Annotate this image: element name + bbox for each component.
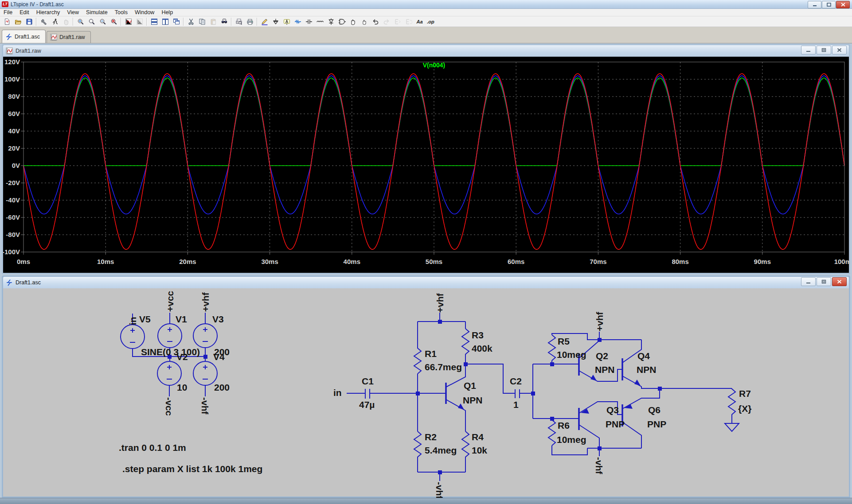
toolbar: Aa.op: [0, 16, 852, 27]
menu-tools[interactable]: Tools: [111, 9, 131, 16]
y-axis-label: 100V: [4, 75, 20, 83]
schematic-window: Draft1.asc: [2, 275, 850, 498]
schematic-close-button[interactable]: [832, 277, 847, 286]
tab-label: Draft1.raw: [59, 34, 85, 40]
waveform-close-button[interactable]: [832, 46, 847, 54]
maximize-button[interactable]: [822, 1, 836, 8]
menu-edit[interactable]: Edit: [16, 9, 33, 16]
plot-pane-button[interactable]: [123, 17, 134, 27]
waveform-restore-button[interactable]: [817, 46, 831, 54]
zoom-out-button[interactable]: [97, 17, 108, 27]
menu-hierarchy[interactable]: Hierarchy: [33, 9, 64, 16]
capacitor-button[interactable]: [303, 17, 314, 27]
x-axis-label: 30ms: [261, 258, 278, 265]
print-button[interactable]: [244, 17, 255, 27]
tile-vertical-icon: [151, 18, 158, 25]
save-button[interactable]: [23, 17, 35, 27]
menu-window[interactable]: Window: [131, 9, 158, 16]
x-axis-label: 20ms: [179, 258, 196, 265]
x-axis-label: 80ms: [672, 258, 688, 265]
schematic-minimize-button[interactable]: [801, 277, 816, 286]
ltspice-app: { "window": { "title": "LTspice IV - Dra…: [0, 0, 852, 504]
menu-view[interactable]: View: [63, 9, 82, 16]
paste-icon: [210, 18, 217, 25]
main-titlebar: LT LTspice IV - Draft1.asc: [0, 0, 852, 9]
toolbar-separator: [36, 18, 37, 26]
tile-horizontal-button[interactable]: [160, 17, 171, 27]
schematic-icon: [6, 279, 13, 286]
schematic-restore-button[interactable]: [817, 277, 831, 286]
copy-button[interactable]: [196, 17, 207, 27]
zoom-in-button[interactable]: [75, 17, 86, 27]
spice-directive-button[interactable]: .op: [425, 17, 436, 27]
schematic-drawing: [3, 288, 849, 496]
autorange-icon: [136, 18, 143, 25]
menu-file[interactable]: File: [0, 9, 16, 16]
y-axis-label: 120V: [4, 58, 20, 66]
zoom-in-icon: [77, 18, 84, 25]
cascade-button[interactable]: [171, 17, 182, 27]
spice-directive-icon: .op: [427, 19, 434, 24]
menu-simulate[interactable]: Simulate: [82, 9, 111, 16]
tile-horizontal-icon: [162, 18, 169, 25]
menu-help[interactable]: Help: [158, 9, 176, 16]
tab-draft1.asc[interactable]: Draft1.asc: [2, 30, 46, 43]
cut-icon: [188, 18, 195, 25]
trace-name-label[interactable]: V(n004): [423, 62, 446, 69]
net-label-button[interactable]: [281, 17, 292, 27]
ground-button[interactable]: [270, 17, 281, 27]
print-preview-button[interactable]: [233, 17, 244, 27]
redo-button: [381, 17, 392, 27]
run-button[interactable]: [49, 17, 60, 27]
cut-button[interactable]: [185, 17, 196, 27]
undo-button[interactable]: [370, 17, 381, 27]
copy-icon: [199, 18, 206, 25]
paste-button: [207, 17, 219, 27]
minimize-button[interactable]: [808, 1, 821, 8]
toolbar-separator: [121, 18, 121, 26]
resistor-icon: [294, 18, 301, 25]
y-axis-label: 20V: [8, 144, 20, 152]
schematic-window-titlebar[interactable]: Draft1.asc: [3, 277, 849, 288]
move-button[interactable]: [348, 17, 359, 27]
open-icon: [15, 18, 22, 25]
new-schematic-button[interactable]: [1, 17, 12, 27]
plot-pane-icon: [125, 18, 132, 25]
y-axis-label: -40V: [6, 196, 20, 204]
save-icon: [26, 18, 33, 25]
run-icon: [51, 18, 59, 25]
find-button[interactable]: [219, 17, 230, 27]
zoom-pan-button[interactable]: [86, 17, 97, 27]
tile-vertical-button[interactable]: [149, 17, 160, 27]
wire-button[interactable]: [259, 17, 270, 27]
autorange-button: [134, 17, 145, 27]
diode-icon: [328, 18, 335, 25]
waveform-minimize-button[interactable]: [801, 46, 816, 54]
open-button[interactable]: [12, 17, 23, 27]
waveform-window-titlebar[interactable]: Draft1.raw: [3, 45, 849, 57]
drag-button[interactable]: [359, 17, 370, 27]
zoom-extents-button[interactable]: [108, 17, 119, 27]
halt-button: [60, 17, 71, 27]
inductor-icon: [317, 18, 324, 25]
waveform-plot-area[interactable]: 120V100V80V60V40V20V0V-20V-40V-60V-80V-1…: [3, 57, 849, 273]
halt-icon: [63, 18, 70, 25]
schematic-canvas[interactable]: V5SINE(0 3 100)V1V3200V210V4200C147µR166…: [3, 288, 849, 496]
x-axis-label: 0ms: [17, 258, 30, 265]
toolbar-separator: [146, 18, 147, 26]
waveform-svg: 120V100V80V60V40V20V0V-20V-40V-60V-80V-1…: [3, 57, 849, 273]
y-axis-label: 0V: [12, 162, 20, 169]
inductor-button[interactable]: [314, 17, 325, 27]
control-panel-button[interactable]: [38, 17, 49, 27]
capacitor-icon: [305, 18, 313, 25]
text-button[interactable]: Aa: [414, 17, 425, 27]
resistor-button[interactable]: [292, 17, 303, 27]
diode-button[interactable]: [325, 17, 336, 27]
close-button[interactable]: [836, 1, 850, 8]
component-button[interactable]: [336, 17, 348, 27]
y-axis-label: 80V: [8, 93, 20, 100]
x-axis-label: 50ms: [426, 258, 442, 265]
waveform-icon: [6, 47, 13, 54]
print-icon: [246, 18, 254, 25]
tab-draft1.raw[interactable]: Draft1.raw: [47, 31, 91, 43]
